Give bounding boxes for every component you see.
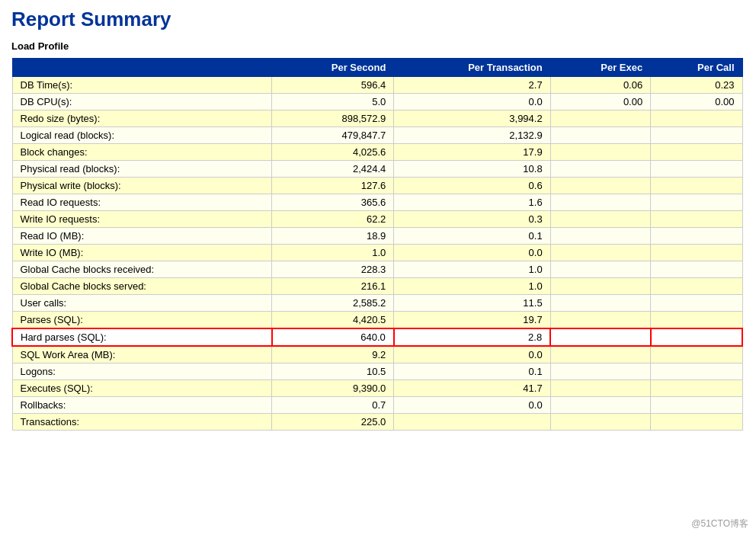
cell-per_call	[651, 312, 742, 329]
cell-per_transaction: 41.7	[394, 380, 550, 397]
cell-per_second: 9.2	[272, 346, 394, 363]
cell-per_exec	[550, 328, 651, 346]
cell-per_call	[651, 245, 742, 261]
cell-per_transaction: 0.1	[394, 363, 550, 380]
cell-per_exec	[550, 161, 651, 178]
cell-per_exec	[550, 245, 651, 261]
table-row: Write IO requests:62.20.3	[12, 211, 742, 228]
cell-per_call	[651, 278, 742, 295]
table-row: Logical read (blocks):479,847.72,132.9	[12, 127, 742, 144]
table-row: Read IO (MB):18.90.1	[12, 228, 742, 245]
cell-per_transaction: 1.0	[394, 278, 550, 295]
section-title: Load Profile	[11, 40, 745, 52]
cell-label: Hard parses (SQL):	[12, 328, 272, 346]
cell-per_call	[651, 328, 742, 346]
cell-per_second: 225.0	[272, 414, 394, 431]
cell-per_call	[651, 261, 742, 278]
cell-per_transaction: 0.0	[394, 397, 550, 414]
cell-per_exec	[550, 380, 651, 397]
cell-per_second: 640.0	[272, 328, 394, 346]
table-row: User calls:2,585.211.5	[12, 295, 742, 312]
cell-per_transaction: 2.8	[394, 328, 550, 346]
cell-label: User calls:	[12, 295, 272, 312]
cell-per_exec: 0.00	[550, 94, 651, 110]
table-row: Parses (SQL):4,420.519.7	[12, 312, 742, 329]
col-header-per-second: Per Second	[272, 59, 394, 77]
cell-per_call	[651, 414, 742, 431]
cell-per_exec	[550, 261, 651, 278]
cell-per_transaction: 1.0	[394, 261, 550, 278]
cell-per_call	[651, 144, 742, 161]
cell-per_transaction: 0.0	[394, 346, 550, 363]
cell-per_second: 365.6	[272, 194, 394, 211]
cell-label: Executes (SQL):	[12, 380, 272, 397]
cell-per_second: 62.2	[272, 211, 394, 228]
table-row: DB Time(s):596.42.70.060.23	[12, 77, 742, 94]
col-header-per-exec: Per Exec	[550, 59, 651, 77]
cell-per_transaction: 2,132.9	[394, 127, 550, 144]
cell-per_second: 10.5	[272, 363, 394, 380]
table-row: Transactions:225.0	[12, 414, 742, 431]
cell-per_transaction: 19.7	[394, 312, 550, 329]
cell-per_transaction: 0.1	[394, 228, 550, 245]
table-row: Physical read (blocks):2,424.410.8	[12, 161, 742, 178]
cell-label: Read IO (MB):	[12, 228, 272, 245]
cell-per_exec	[550, 178, 651, 194]
cell-per_exec	[550, 363, 651, 380]
cell-per_second: 9,390.0	[272, 380, 394, 397]
cell-label: DB CPU(s):	[12, 94, 272, 110]
cell-per_call	[651, 211, 742, 228]
cell-per_call	[651, 178, 742, 194]
cell-per_exec	[550, 228, 651, 245]
cell-per_exec	[550, 211, 651, 228]
cell-per_second: 596.4	[272, 77, 394, 94]
cell-per_call	[651, 127, 742, 144]
cell-per_transaction: 0.6	[394, 178, 550, 194]
cell-per_exec	[550, 312, 651, 329]
cell-label: Block changes:	[12, 144, 272, 161]
table-row: DB CPU(s):5.00.00.000.00	[12, 94, 742, 110]
cell-per_call	[651, 295, 742, 312]
table-row: Block changes:4,025.617.9	[12, 144, 742, 161]
cell-per_exec	[550, 414, 651, 431]
cell-per_second: 898,572.9	[272, 110, 394, 127]
cell-label: Rollbacks:	[12, 397, 272, 414]
cell-per_exec	[550, 127, 651, 144]
col-header-per-call: Per Call	[651, 59, 742, 77]
table-row: Read IO requests:365.61.6	[12, 194, 742, 211]
cell-per_exec	[550, 110, 651, 127]
cell-label: Read IO requests:	[12, 194, 272, 211]
table-row: Physical write (blocks):127.60.6	[12, 178, 742, 194]
cell-per_second: 1.0	[272, 245, 394, 261]
cell-per_second: 0.7	[272, 397, 394, 414]
cell-per_second: 127.6	[272, 178, 394, 194]
table-row: Logons:10.50.1	[12, 363, 742, 380]
cell-label: Physical read (blocks):	[12, 161, 272, 178]
cell-per_second: 2,585.2	[272, 295, 394, 312]
cell-label: Global Cache blocks served:	[12, 278, 272, 295]
cell-per_transaction: 11.5	[394, 295, 550, 312]
table-row: Rollbacks:0.70.0	[12, 397, 742, 414]
cell-label: Write IO requests:	[12, 211, 272, 228]
cell-per_call	[651, 363, 742, 380]
cell-per_call	[651, 110, 742, 127]
cell-per_transaction: 0.0	[394, 94, 550, 110]
cell-per_transaction	[394, 414, 550, 431]
cell-per_exec	[550, 397, 651, 414]
col-header-label	[12, 59, 272, 77]
cell-per_exec	[550, 144, 651, 161]
cell-per_second: 2,424.4	[272, 161, 394, 178]
table-row: Executes (SQL):9,390.041.7	[12, 380, 742, 397]
table-row: Global Cache blocks served:216.11.0	[12, 278, 742, 295]
cell-label: Logons:	[12, 363, 272, 380]
cell-per_call	[651, 161, 742, 178]
cell-per_exec	[550, 346, 651, 363]
cell-label: SQL Work Area (MB):	[12, 346, 272, 363]
cell-per_call: 0.00	[651, 94, 742, 110]
table-row: Write IO (MB):1.00.0	[12, 245, 742, 261]
cell-label: Global Cache blocks received:	[12, 261, 272, 278]
cell-per_transaction: 1.6	[394, 194, 550, 211]
table-row: Hard parses (SQL):640.02.8	[12, 328, 742, 346]
cell-per_transaction: 0.0	[394, 245, 550, 261]
cell-per_transaction: 3,994.2	[394, 110, 550, 127]
